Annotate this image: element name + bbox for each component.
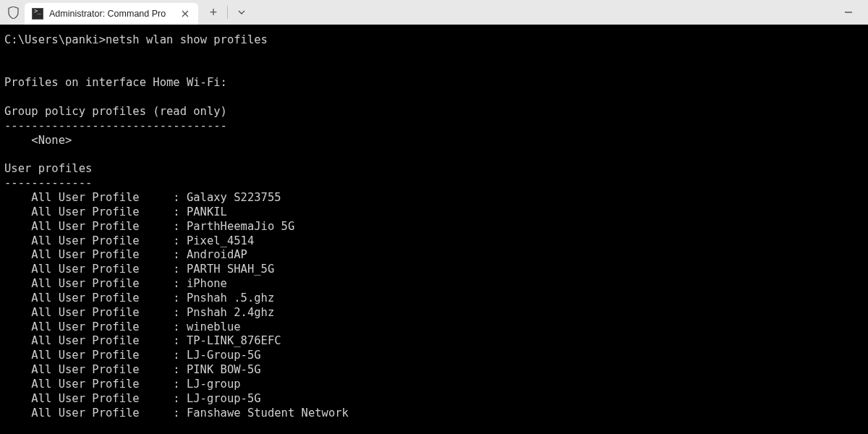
terminal-icon	[32, 8, 43, 20]
group-policy-header: Group policy profiles (read only)	[4, 105, 227, 118]
tab-dropdown-button[interactable]	[229, 1, 254, 23]
user-profiles-header: User profiles	[4, 162, 92, 175]
terminal-output[interactable]: C:\Users\panki>netsh wlan show profiles …	[0, 25, 868, 429]
tab-active[interactable]: Administrator: Command Pro	[25, 3, 198, 25]
divider-line: ---------------------------------	[4, 119, 227, 132]
none-entry: <None>	[4, 134, 72, 147]
minimize-button[interactable]	[832, 0, 865, 25]
divider-line: -------------	[4, 176, 92, 190]
prompt: C:\Users\panki>	[4, 33, 106, 46]
tab-title: Administrator: Command Pro	[49, 9, 179, 19]
tab-close-button[interactable]	[179, 8, 191, 20]
interface-header: Profiles on interface Home Wi-Fi:	[4, 76, 227, 89]
window-controls	[832, 0, 865, 25]
new-tab-button[interactable]: +	[201, 1, 226, 23]
shield-icon	[7, 6, 19, 19]
tab-actions: +	[201, 1, 254, 23]
profiles-list: All User Profile : Galaxy S223755 All Us…	[4, 191, 349, 419]
command: netsh wlan show profiles	[106, 33, 268, 46]
titlebar: Administrator: Command Pro +	[0, 0, 868, 25]
divider	[227, 6, 228, 19]
